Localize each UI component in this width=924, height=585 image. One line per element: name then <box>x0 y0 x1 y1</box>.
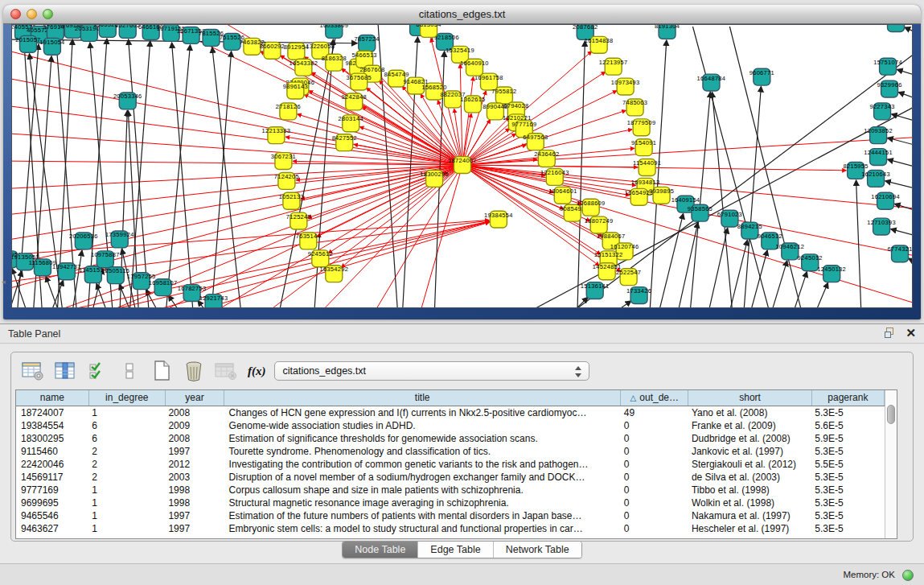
scrollbar-thumb[interactable] <box>887 405 895 424</box>
new-column-button[interactable] <box>148 358 175 384</box>
panel-collapse-grip[interactable]: ◂ <box>0 275 7 288</box>
network-edge[interactable] <box>607 301 631 307</box>
table-row[interactable]: 969969511998Structural magnetic resonanc… <box>16 496 885 509</box>
network-node[interactable]: 1362615 <box>460 96 485 113</box>
network-node[interactable]: 9227343 <box>869 103 894 120</box>
column-header-short[interactable]: short <box>688 390 811 406</box>
network-edge[interactable] <box>707 228 727 307</box>
network-edge[interactable] <box>898 93 912 101</box>
table-settings-button[interactable] <box>19 358 47 384</box>
network-node[interactable]: 18807249 <box>585 216 614 233</box>
close-panel-icon[interactable]: ✕ <box>906 328 916 339</box>
network-node[interactable]: 6774321 <box>887 245 912 262</box>
network-node[interactable]: 20206536 <box>69 233 98 249</box>
network-node[interactable]: 8191304 <box>655 25 680 39</box>
table-row[interactable]: 911546021997Tourette syndrome. Phenomeno… <box>16 445 885 458</box>
network-node[interactable]: 2436462 <box>534 150 559 167</box>
network-node[interactable]: 12710393 <box>867 218 896 235</box>
network-edge[interactable] <box>891 229 912 237</box>
network-edge[interactable] <box>813 282 827 307</box>
select-all-button[interactable] <box>84 358 111 384</box>
network-node[interactable]: 7124205 <box>274 172 299 189</box>
network-node[interactable]: 13942737 <box>52 263 81 280</box>
network-node[interactable]: 10973493 <box>611 78 640 95</box>
tab-edge-table[interactable]: Edge Table <box>418 542 493 558</box>
network-node[interactable]: 9242848 <box>342 93 367 110</box>
network-node[interactable]: 17359924 <box>105 231 134 248</box>
table-vertical-scrollbar[interactable] <box>885 390 897 538</box>
network-edge[interactable] <box>166 45 191 307</box>
network-node[interactable]: 7857224 <box>355 35 380 51</box>
network-node[interactable]: 1052133 <box>279 192 304 209</box>
network-edge[interactable] <box>658 213 684 307</box>
network-node[interactable]: 3675685 <box>347 73 372 90</box>
network-node[interactable]: 9896143 <box>283 82 308 99</box>
network-edge[interactable] <box>888 159 912 168</box>
network-node[interactable]: 9606771 <box>749 68 774 85</box>
network-node[interactable]: 12213383 <box>262 127 291 144</box>
network-node[interactable]: 20053346 <box>113 93 142 109</box>
column-header-out_degree[interactable]: △out_de… <box>621 390 688 406</box>
network-node[interactable]: 2803144 <box>339 115 363 132</box>
network-node[interactable]: 7635144 <box>296 233 321 249</box>
table-row[interactable]: 1872400712008Changes of HCN gene express… <box>16 406 885 419</box>
network-edge[interactable] <box>897 69 912 76</box>
network-node[interactable]: 16354292 <box>319 266 348 282</box>
column-header-name[interactable]: name <box>16 390 88 406</box>
network-node[interactable]: 16648784 <box>697 74 726 91</box>
network-node[interactable]: 19384554 <box>484 211 513 228</box>
table-row[interactable]: 946554611997Estimation of the future num… <box>16 509 885 522</box>
unselect-all-button[interactable] <box>116 358 143 384</box>
memory-ok-icon[interactable] <box>902 570 914 581</box>
network-edge[interactable] <box>12 49 462 165</box>
column-header-year[interactable]: year <box>165 390 224 406</box>
select-column-button[interactable] <box>51 358 79 384</box>
network-file-select[interactable]: citations_edges.txt <box>274 361 589 381</box>
network-node[interactable]: 3067231 <box>271 153 296 170</box>
network-edge[interactable] <box>12 161 462 165</box>
network-node[interactable]: 12505115 <box>101 267 129 284</box>
function-builder-button[interactable]: f(x) <box>248 365 266 378</box>
network-edge[interactable] <box>749 250 767 307</box>
network-node[interactable]: 18779509 <box>627 119 656 136</box>
network-node[interactable]: 16154838 <box>585 36 614 53</box>
network-edge[interactable] <box>129 41 150 307</box>
table-row[interactable]: 1456911722003Disruption of a novel membe… <box>16 471 885 484</box>
network-edge[interactable] <box>713 92 733 307</box>
table-row[interactable]: 946362711997Embryonic stem cells: a mode… <box>16 522 885 535</box>
network-edge[interactable] <box>577 41 585 307</box>
network-node[interactable]: 1915054 <box>39 38 64 55</box>
network-edge[interactable] <box>12 165 462 216</box>
column-header-in_degree[interactable]: in_degree <box>88 390 165 406</box>
network-edge[interactable] <box>12 133 462 165</box>
network-window-titlebar[interactable]: citations_edges.txt <box>3 5 921 24</box>
network-node[interactable]: 12450132 <box>817 266 846 282</box>
delete-table-button[interactable] <box>212 358 240 384</box>
network-node[interactable]: 2522547 <box>616 269 641 286</box>
table-row[interactable]: 1830029562008Estimation of significance … <box>16 432 885 445</box>
network-edge[interactable] <box>743 87 761 307</box>
network-canvas[interactable]: 2405572405572437691403769140620531904106… <box>12 25 912 307</box>
tab-node-table[interactable]: Node Table <box>343 542 418 558</box>
network-node[interactable]: 9329966 <box>877 80 901 97</box>
network-node[interactable]: 7485063 <box>622 99 647 116</box>
column-header-pagerank[interactable]: pagerank <box>811 390 884 406</box>
float-panel-icon[interactable] <box>885 328 896 339</box>
column-header-title[interactable]: title <box>224 390 621 406</box>
delete-column-button[interactable] <box>180 358 207 384</box>
table-row[interactable]: 2242004622012Investigating the contribut… <box>16 458 885 471</box>
network-edge[interactable] <box>172 43 194 307</box>
table-row[interactable]: 977716911998Corpus callosum shape and si… <box>16 484 885 496</box>
network-node[interactable]: 16033809 <box>319 25 348 38</box>
network-edge[interactable] <box>888 138 912 146</box>
network-node[interactable]: 12213957 <box>599 58 628 75</box>
network-node[interactable]: 2015057 <box>15 35 40 52</box>
network-node[interactable]: 12093852 <box>864 127 893 144</box>
network-node[interactable]: 1527602 <box>115 25 140 38</box>
network-node[interactable]: 9939895 <box>649 187 674 204</box>
network-edge[interactable] <box>12 271 22 307</box>
network-edge[interactable] <box>892 114 912 123</box>
network-edge[interactable] <box>211 51 232 307</box>
network-node[interactable]: 2718126 <box>276 103 301 120</box>
network-edge[interactable] <box>770 261 787 307</box>
